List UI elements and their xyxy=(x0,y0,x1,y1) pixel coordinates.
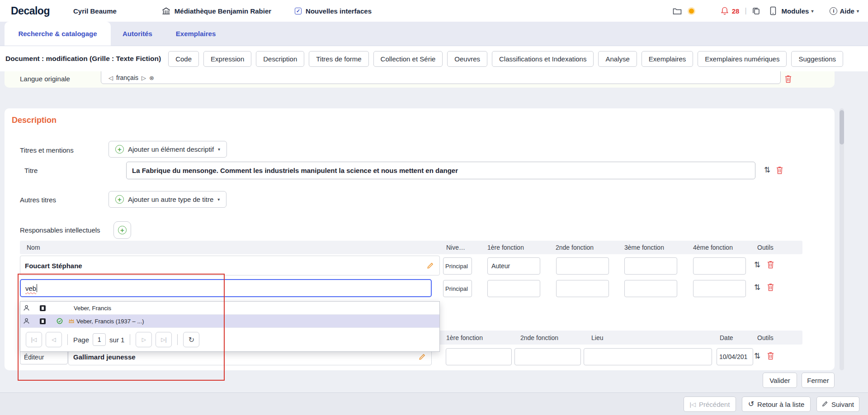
previous-icon: |◁ xyxy=(690,401,696,407)
library-name: Médiathèque Benjamin Rabier xyxy=(175,7,271,15)
plus-circle-icon: + xyxy=(115,195,124,204)
edit-pencil-icon[interactable] xyxy=(427,262,434,269)
responsables-table-header: Nom Nive… 1ère fonction 2nde fonction 3è… xyxy=(20,241,802,254)
person-icon xyxy=(23,305,30,311)
section-button-description[interactable]: Description xyxy=(256,51,304,67)
langue-originale-field[interactable]: ◁ français ▷ ⊗ xyxy=(101,71,781,84)
niveau-value: Principal xyxy=(445,285,468,292)
chip-move-right-icon[interactable]: ▷ xyxy=(142,75,146,81)
fonction4-field[interactable] xyxy=(693,257,746,275)
section-button-exemplaires[interactable]: Exemplaires xyxy=(642,51,693,67)
chip-remove-icon[interactable]: ⊗ xyxy=(149,75,154,81)
pager-separator xyxy=(67,334,68,345)
precedent-button[interactable]: |◁ Précédent xyxy=(684,396,736,412)
fonction2-field[interactable] xyxy=(556,280,609,297)
pager-first-page-button[interactable]: |◁ xyxy=(26,332,42,347)
description-heading: Description xyxy=(12,116,57,125)
modules-menu[interactable]: Modules ▾ xyxy=(782,7,814,15)
niveau-value: Principal xyxy=(445,263,468,270)
section-button-code[interactable]: Code xyxy=(168,51,199,67)
pager-page-input[interactable]: 1 xyxy=(93,333,106,346)
new-interfaces-toggle[interactable]: ✓ Nouvelles interfaces xyxy=(295,7,372,15)
date-field[interactable]: 10/04/201 xyxy=(717,348,753,365)
retour-liste-button[interactable]: ↺ Retour à la liste xyxy=(742,396,811,412)
autocomplete-item-selected[interactable]: Veber, Francis (1937 – ...) xyxy=(20,315,439,328)
user-name[interactable]: Cyril Beaume xyxy=(73,7,117,15)
add-other-title-type-button[interactable]: + Ajouter un autre type de titre ▾ xyxy=(108,191,226,208)
row-reorder-icon[interactable]: ⇅ xyxy=(754,352,760,360)
tab-recherche-catalogage[interactable]: Recherche & catalogage xyxy=(5,22,111,46)
section-button-suggestions[interactable]: Suggestions xyxy=(791,51,843,67)
section-button-analyse[interactable]: Analyse xyxy=(598,51,637,67)
authority-crown-icon xyxy=(68,318,75,324)
fonction2-field[interactable] xyxy=(556,257,609,275)
scrollbar-track[interactable] xyxy=(840,108,844,370)
copy-pages-icon[interactable] xyxy=(752,7,760,15)
autocomplete-item[interactable]: Veber, Francis xyxy=(20,302,439,315)
section-button-oeuvres[interactable]: Oeuvres xyxy=(447,51,487,67)
fonction1-field[interactable] xyxy=(487,280,540,297)
section-button-exemplaires-numeriques[interactable]: Exemplaires numériques xyxy=(698,51,787,67)
fermer-button[interactable]: Fermer xyxy=(802,373,835,388)
titre-reorder-icon[interactable]: ⇅ xyxy=(764,166,770,174)
tab-exemplaires[interactable]: Exemplaires xyxy=(164,22,227,46)
publisher-type-value: Éditeur xyxy=(24,354,44,361)
mobile-device-icon[interactable] xyxy=(770,6,776,15)
library-selector[interactable]: Médiathèque Benjamin Rabier xyxy=(162,7,271,15)
niveau-field[interactable]: Principal xyxy=(443,257,472,275)
titres-mentions-label: Titres et mentions xyxy=(20,146,74,154)
lieu-field[interactable] xyxy=(584,348,712,365)
pub-fonction1-field[interactable] xyxy=(446,348,512,365)
folder-icon[interactable] xyxy=(673,7,682,15)
responsable-name-field[interactable]: Foucart Stéphane xyxy=(20,256,440,275)
add-responsable-button[interactable]: + xyxy=(113,221,131,239)
langue-originale-strip: Langue originale ◁ français ▷ ⊗ xyxy=(5,71,835,88)
chevron-down-icon: ▾ xyxy=(857,9,859,14)
responsable-name-value: Foucart Stéphane xyxy=(25,262,82,270)
fonction1-field[interactable]: Auteur xyxy=(487,257,540,275)
row-reorder-icon[interactable]: ⇅ xyxy=(754,261,760,269)
tab-autorites[interactable]: Autorités xyxy=(111,22,164,46)
aide-menu[interactable]: i Aide ▾ xyxy=(830,7,859,15)
return-arrow-icon: ↺ xyxy=(748,401,754,408)
langue-delete-button[interactable] xyxy=(784,75,792,83)
add-descriptive-element-button[interactable]: + Ajouter un élément descriptif ▾ xyxy=(108,141,227,158)
niveau-field[interactable]: Principal xyxy=(443,280,472,297)
beacon-icon[interactable] xyxy=(689,9,694,14)
pager-next-page-button[interactable]: ▷ xyxy=(136,332,152,347)
row-delete-button[interactable] xyxy=(767,351,774,360)
scrollbar-thumb[interactable] xyxy=(840,110,844,145)
notifications-bell-icon[interactable] xyxy=(720,6,729,15)
row-delete-button[interactable] xyxy=(767,260,774,269)
row-reorder-icon[interactable]: ⇅ xyxy=(754,284,760,291)
fonction3-field[interactable] xyxy=(624,280,677,297)
titre-delete-button[interactable] xyxy=(776,166,783,174)
pub-fonction2-field[interactable] xyxy=(514,348,581,365)
column-header-fonction3: 3ème fonction xyxy=(624,244,664,251)
info-icon: i xyxy=(830,7,837,15)
pager-page-label: Page xyxy=(73,336,89,344)
fonction3-field[interactable] xyxy=(624,257,677,275)
app-window: Decalog Cyril Beaume Médiathèque Benjami… xyxy=(0,0,868,415)
chip-move-left-icon[interactable]: ◁ xyxy=(108,75,113,81)
pager-last-page-button[interactable]: ▷| xyxy=(156,332,172,347)
validated-check-icon xyxy=(57,318,63,324)
top-bar-actions: 28 | Modules ▾ i Aide ▾ xyxy=(673,6,859,15)
decalog-logo[interactable]: Decalog xyxy=(11,5,50,17)
section-button-expression[interactable]: Expression xyxy=(203,51,251,67)
fonction4-field[interactable] xyxy=(693,280,746,297)
edit-pencil-icon[interactable] xyxy=(419,353,426,360)
section-button-classifications[interactable]: Classifications et Indexations xyxy=(492,51,594,67)
valider-button[interactable]: Valider xyxy=(763,373,797,388)
section-button-titres-de-forme[interactable]: Titres de forme xyxy=(309,51,368,67)
document-toolbar: Document : modification (Grille : Texte … xyxy=(0,46,868,71)
pager-of-label: sur 1 xyxy=(109,336,124,344)
pager-refresh-button[interactable]: ↻ xyxy=(183,332,199,347)
pager-prev-page-button[interactable]: ◁ xyxy=(46,332,62,347)
section-button-collection-serie[interactable]: Collection et Série xyxy=(373,51,443,67)
contributor-name-input[interactable]: veb xyxy=(20,279,432,297)
suivant-button[interactable]: Suivant xyxy=(816,396,859,412)
row-delete-button[interactable] xyxy=(767,283,774,291)
notification-count-badge[interactable]: 28 xyxy=(732,7,740,15)
titre-input[interactable]: La Fabrique du mensonge. Comment les ind… xyxy=(126,162,755,179)
